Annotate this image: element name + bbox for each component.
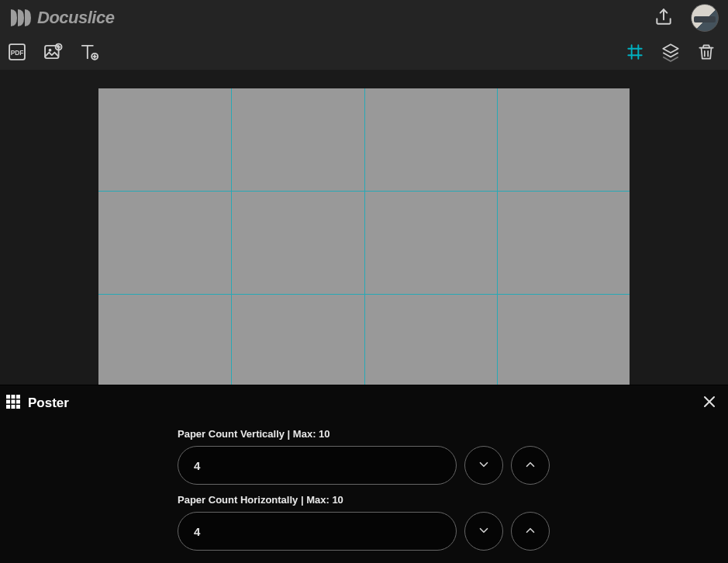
layers-button[interactable] [658,40,683,65]
grid-line [231,88,232,385]
paper-count-vertical-decrement[interactable] [464,446,503,485]
svg-rect-12 [6,405,10,409]
app-header: Docuslice [0,0,728,36]
app-name: Docuslice [37,8,114,28]
svg-rect-11 [16,399,20,403]
svg-text:PDF: PDF [11,49,24,57]
close-icon [702,394,717,413]
paper-count-horizontal-field: Paper Count Horizontally | Max: 10 [178,494,550,551]
poster-grid-icon [6,395,20,412]
grid-line [497,88,498,385]
add-text-button[interactable] [76,40,101,65]
paper-count-vertical-input[interactable] [178,446,457,485]
paper-count-horizontal-input[interactable] [178,512,457,551]
grid-icon [625,42,645,64]
poster-title-wrap: Poster [6,395,69,412]
logo: Docuslice [8,6,114,29]
add-text-icon [78,41,99,65]
toolbar-right [623,40,719,65]
paper-count-horizontal-label: Paper Count Horizontally | Max: 10 [178,494,550,506]
add-image-icon [42,41,64,65]
grid-line [364,88,365,385]
share-button[interactable] [654,7,674,29]
add-pdf-button[interactable]: PDF [5,40,29,65]
svg-rect-8 [16,395,20,399]
svg-rect-14 [16,405,20,409]
chevron-up-icon [523,458,537,474]
editor-toolbar: PDF [0,36,728,70]
pdf-icon: PDF [6,41,28,65]
chevron-down-icon [477,523,491,540]
add-image-button[interactable] [40,40,65,65]
editor-stage[interactable] [0,70,728,385]
paper-count-vertical-label: Paper Count Vertically | Max: 10 [178,428,550,440]
paper-count-horizontal-increment[interactable] [511,512,550,551]
layers-icon [661,42,681,64]
share-icon [654,7,674,29]
poster-panel-body: Paper Count Vertically | Max: 10 Paper C… [0,420,728,563]
svg-rect-2 [45,45,59,57]
trash-button[interactable] [694,40,719,65]
poster-panel: Poster Paper Count Vertically | Max: 10 [0,385,728,563]
poster-panel-header: Poster [0,385,728,420]
paper-count-vertical-increment[interactable] [511,446,550,485]
svg-point-3 [49,48,52,51]
svg-rect-10 [12,399,16,403]
svg-rect-13 [12,405,16,409]
grid-line [98,294,630,295]
svg-rect-7 [12,395,16,399]
paper-count-vertical-field: Paper Count Vertically | Max: 10 [178,428,550,485]
poster-close-button[interactable] [702,394,717,413]
user-avatar[interactable] [691,4,719,32]
grid-line [98,191,630,192]
logo-mark-icon [8,6,31,29]
grid-toggle-button[interactable] [623,40,647,65]
chevron-down-icon [477,458,491,474]
svg-rect-6 [6,395,10,399]
trash-icon [696,42,716,64]
poster-panel-title: Poster [28,395,69,411]
chevron-up-icon [523,523,537,540]
svg-rect-9 [6,399,10,403]
toolbar-left: PDF [5,40,101,65]
header-actions [654,4,719,32]
paper-count-horizontal-decrement[interactable] [464,512,503,551]
poster-canvas[interactable] [98,88,630,385]
